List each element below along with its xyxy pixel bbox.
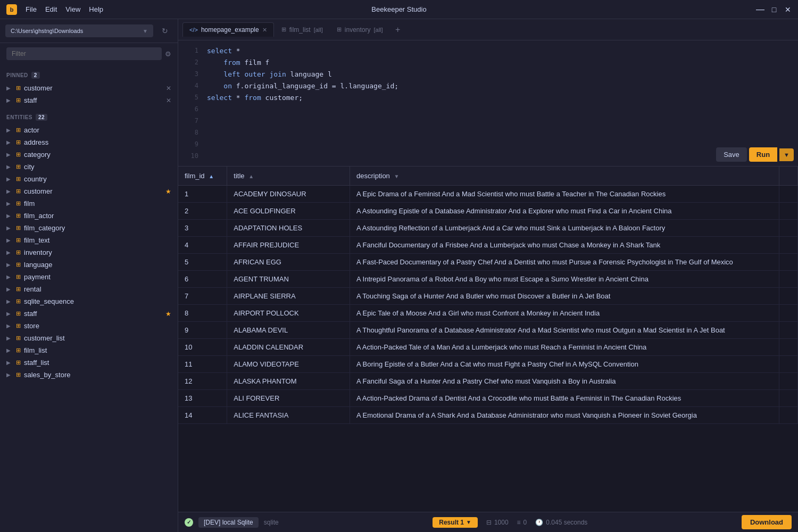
sidebar-item-category[interactable]: ▶ ⊞ category — [0, 148, 178, 161]
table-icon: ⊞ — [16, 163, 21, 170]
table-icon: ⊞ — [16, 298, 21, 305]
table-row[interactable]: 6 AGENT TRUMAN A Intrepid Panorama of a … — [178, 271, 798, 288]
cell-film-id: 5 — [178, 254, 227, 271]
sidebar-item-film-category[interactable]: ▶ ⊞ film_category — [0, 222, 178, 234]
table-icon: ⊞ — [16, 286, 21, 293]
item-label: film_category — [24, 224, 171, 232]
sidebar-item-staff-entity[interactable]: ▶ ⊞ staff ★ — [0, 307, 178, 320]
table-icon: ⊞ — [16, 347, 21, 354]
table-row[interactable]: 5 AFRICAN EGG A Fast-Paced Documentary o… — [178, 254, 798, 271]
cell-title: ACADEMY DINOSAUR — [227, 186, 350, 203]
table-row[interactable]: 4 AFFAIR PREJUDICE A Fanciful Documentar… — [178, 237, 798, 254]
sidebar-item-country[interactable]: ▶ ⊞ country — [0, 173, 178, 185]
tab-suffix: [all] — [314, 27, 323, 33]
sidebar-item-film-list[interactable]: ▶ ⊞ film_list — [0, 344, 178, 356]
sidebar-item-customer-list[interactable]: ▶ ⊞ customer_list — [0, 332, 178, 344]
run-button[interactable]: Run — [749, 147, 777, 162]
env-label[interactable]: [DEV] local Sqlite — [198, 517, 259, 528]
filter-input[interactable] — [6, 47, 162, 60]
table-row[interactable]: 10 ALADDIN CALENDAR A Action-Packed Tale… — [178, 339, 798, 356]
table-row[interactable]: 7 AIRPLANE SIERRA A Touching Saga of a H… — [178, 288, 798, 305]
table-row[interactable]: 12 ALASKA PHANTOM A Fanciful Saga of a H… — [178, 373, 798, 390]
sidebar-item-address[interactable]: ▶ ⊞ address — [0, 136, 178, 148]
sidebar-item-payment[interactable]: ▶ ⊞ payment — [0, 271, 178, 283]
check-icon: ✓ — [187, 519, 191, 525]
entities-count: 22 — [36, 114, 47, 121]
item-label: film_list — [24, 346, 171, 354]
refresh-button[interactable]: ↻ — [157, 23, 172, 38]
menu-file[interactable]: File — [26, 5, 37, 13]
table-row[interactable]: 2 ACE GOLDFINGER A Astounding Epistle of… — [178, 203, 798, 220]
cell-extra — [779, 220, 798, 237]
tab-close-icon[interactable]: ✕ — [262, 27, 267, 34]
cell-title: ALICE FANTASIA — [227, 407, 350, 424]
table-row[interactable]: 9 ALABAMA DEVIL A Thoughtful Panorama of… — [178, 322, 798, 339]
sidebar-item-staff-list[interactable]: ▶ ⊞ staff_list — [0, 356, 178, 369]
save-button[interactable]: Save — [716, 147, 747, 162]
row-count: 1000 — [494, 519, 509, 526]
null-count: 0 — [523, 519, 527, 526]
cell-extra — [779, 373, 798, 390]
sidebar-item-sqlite-sequence[interactable]: ▶ ⊞ sqlite_sequence — [0, 295, 178, 307]
sidebar-item-film[interactable]: ▶ ⊞ film — [0, 197, 178, 210]
download-button[interactable]: Download — [742, 515, 792, 529]
item-label: country — [24, 175, 171, 183]
sidebar-item-inventory[interactable]: ▶ ⊞ inventory — [0, 246, 178, 259]
cell-description: A Astounding Reflection of a Lumberjack … — [350, 220, 779, 237]
sidebar-item-film-text[interactable]: ▶ ⊞ film_text — [0, 234, 178, 246]
cell-title: AIRPORT POLLOCK — [227, 305, 350, 322]
tab-label: film_list — [289, 26, 311, 34]
results-table[interactable]: film_id ▲ title ▲ description ▼ — [178, 167, 798, 512]
tab-film-list[interactable]: ⊞ film_list [all] — [275, 23, 329, 37]
sidebar-item-customer[interactable]: ▶ ⊞ customer ✕ — [0, 82, 178, 94]
sidebar-item-city[interactable]: ▶ ⊞ city — [0, 161, 178, 173]
close-icon[interactable]: ✕ — [166, 85, 171, 92]
col-header-title[interactable]: title ▲ — [227, 167, 350, 186]
cell-title: ALAMO VIDEOTAPE — [227, 356, 350, 373]
menu-help[interactable]: Help — [89, 5, 103, 13]
db-type-label: sqlite — [264, 519, 279, 526]
result-tab[interactable]: Result 1 ▼ — [433, 517, 478, 528]
table-row[interactable]: 13 ALI FOREVER A Action-Packed Drama of … — [178, 390, 798, 407]
cell-extra — [779, 186, 798, 203]
table-row[interactable]: 1 ACADEMY DINOSAUR A Epic Drama of a Fem… — [178, 186, 798, 203]
col-header-extra[interactable] — [779, 167, 798, 186]
sidebar-content: PINNED 2 ▶ ⊞ customer ✕ ▶ ⊞ staff ✕ ENTI… — [0, 64, 178, 532]
minimize-button[interactable]: — — [757, 6, 764, 13]
table-row[interactable]: 11 ALAMO VIDEOTAPE A Boring Epistle of a… — [178, 356, 798, 373]
sidebar-item-rental[interactable]: ▶ ⊞ rental — [0, 283, 178, 295]
item-label: store — [24, 322, 171, 330]
table-row[interactable]: 3 ADAPTATION HOLES A Astounding Reflecti… — [178, 220, 798, 237]
tab-homepage-example[interactable]: </> homepage_example ✕ — [182, 22, 274, 37]
cell-film-id: 3 — [178, 220, 227, 237]
col-header-description[interactable]: description ▼ — [350, 167, 779, 186]
sidebar-item-actor[interactable]: ▶ ⊞ actor — [0, 124, 178, 136]
sidebar-item-store[interactable]: ▶ ⊞ store — [0, 320, 178, 332]
close-icon[interactable]: ✕ — [166, 97, 171, 104]
maximize-button[interactable]: □ — [770, 6, 778, 13]
tab-inventory[interactable]: ⊞ inventory [all] — [330, 23, 389, 37]
col-header-film-id[interactable]: film_id ▲ — [178, 167, 227, 186]
chevron-icon: ▶ — [6, 335, 13, 341]
menu-view[interactable]: View — [65, 5, 80, 13]
table-row[interactable]: 8 AIRPORT POLLOCK A Epic Tale of a Moose… — [178, 305, 798, 322]
cell-film-id: 10 — [178, 339, 227, 356]
filter-icon: ⚙ — [165, 50, 171, 58]
cell-extra — [779, 305, 798, 322]
close-button[interactable]: ✕ — [784, 6, 792, 13]
sidebar-item-film-actor[interactable]: ▶ ⊞ film_actor — [0, 210, 178, 222]
sidebar-item-sales-by-store[interactable]: ▶ ⊞ sales_by_store — [0, 369, 178, 381]
connection-selector[interactable]: C:\Users\ghstng\Downloads ▼ — [5, 24, 153, 37]
table-icon: ⊞ — [16, 359, 21, 366]
sidebar-item-language[interactable]: ▶ ⊞ language — [0, 259, 178, 271]
add-tab-button[interactable]: + — [390, 22, 405, 37]
run-dropdown-button[interactable]: ▼ — [779, 148, 794, 161]
sidebar-item-customer-entity[interactable]: ▶ ⊞ customer ★ — [0, 185, 178, 197]
code-line-10: 10 — [178, 150, 798, 162]
sidebar-item-staff[interactable]: ▶ ⊞ staff ✕ — [0, 94, 178, 106]
data-table: film_id ▲ title ▲ description ▼ — [178, 167, 798, 424]
code-editor[interactable]: 1 select * 2 from film f 3 left outer jo… — [178, 40, 798, 167]
table-row[interactable]: 14 ALICE FANTASIA A Emotional Drama of a… — [178, 407, 798, 424]
menu-edit[interactable]: Edit — [45, 5, 57, 13]
cell-extra — [779, 339, 798, 356]
